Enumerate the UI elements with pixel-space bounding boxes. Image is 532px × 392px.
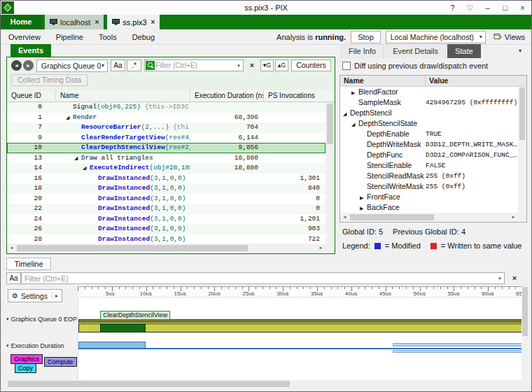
state-row[interactable]: DepthFuncD3D12_COMPARISON_FUNC_…	[340, 150, 518, 160]
tab-localhost[interactable]: localhost ×	[45, 15, 104, 29]
collect-timing-data-button[interactable]: Collect Timing Data	[11, 74, 88, 86]
event-row[interactable]: 13◢Draw all triangles18,880	[7, 153, 326, 164]
menu-debug[interactable]: Debug	[125, 29, 162, 45]
scrollbar-thumb[interactable]	[522, 287, 528, 336]
event-row[interactable]: 20DrawInstanced(3,1,0,0)0	[7, 194, 326, 204]
selected-event-segment[interactable]	[100, 323, 145, 332]
event-row[interactable]: 1◢Render68,396	[7, 113, 326, 123]
state-vertical-scrollbar[interactable]	[518, 87, 526, 213]
views-button[interactable]: Views	[491, 32, 528, 42]
nav-back-button[interactable]: ◄	[11, 60, 22, 71]
filter-history-dropdown-icon[interactable]: ▾	[234, 63, 243, 69]
collapse-icon[interactable]: ◢	[74, 153, 81, 164]
collapse-icon[interactable]: ▾	[6, 343, 9, 349]
next-group-button[interactable]: ▾G	[260, 59, 274, 71]
clear-filter-button[interactable]: ×	[246, 60, 258, 71]
minimize-button[interactable]: –	[479, 1, 496, 15]
collapse-icon[interactable]: ▾	[6, 316, 9, 322]
state-row[interactable]: ▶FrontFace	[340, 192, 518, 202]
timeline-canvas[interactable]: ClearDepthStencilView	[78, 297, 526, 382]
event-row[interactable]: 26DrawInstanced(3,1,0,0)903	[7, 224, 326, 234]
execution-duration-line[interactable]	[78, 348, 523, 349]
help-button[interactable]: ?	[444, 1, 461, 15]
collapse-icon[interactable]: ◢	[83, 163, 90, 174]
timeline-ruler[interactable]: 5us10us15us20us25us30us35us40us45us50us5…	[78, 286, 526, 297]
expand-icon[interactable]: ▶	[360, 204, 367, 213]
tab-close-icon[interactable]: ×	[151, 18, 155, 26]
scrollbar-thumb[interactable]	[519, 88, 525, 140]
execution-duration-right-1[interactable]	[393, 343, 523, 346]
panel-dropdown-icon[interactable]	[514, 46, 526, 57]
home-tab[interactable]: Home	[1, 15, 41, 29]
menu-tools[interactable]: Tools	[91, 29, 125, 45]
events-vertical-scrollbar[interactable]	[326, 102, 335, 244]
state-row[interactable]: ▶BackFace	[340, 202, 518, 213]
feedback-button[interactable]: ♡	[461, 1, 479, 15]
event-row[interactable]: 16DrawInstanced(3,1,0,0)1,301	[7, 174, 326, 184]
tab-ss-pix3[interactable]: ss.pix3 ×	[107, 15, 160, 29]
col-ps-invocations[interactable]: PS Invocations	[264, 90, 326, 102]
timeline-match-case-button[interactable]: Aa	[6, 272, 21, 284]
col-state-name[interactable]: Name	[340, 76, 426, 86]
execution-duration-right-2[interactable]	[393, 350, 523, 353]
state-row[interactable]: StencilReadMask255 (0xff)	[340, 171, 518, 181]
legend-chip-graphics[interactable]: Graphics	[10, 354, 43, 364]
collapse-icon[interactable]: ◢	[343, 109, 350, 118]
col-name[interactable]: Name	[56, 90, 190, 102]
filter-history-dropdown-icon[interactable]: ▾	[496, 276, 504, 281]
stop-button[interactable]: Stop	[351, 31, 381, 43]
timeline-clear-filter-button[interactable]: ×	[509, 273, 520, 284]
events-horizontal-scrollbar[interactable]: ◄ ►	[7, 244, 326, 253]
state-row[interactable]: ◢DepthStencil	[340, 108, 518, 118]
event-row[interactable]: 22DrawInstanced(3,1,0,0)0	[7, 204, 326, 214]
event-row[interactable]: 0Signal(obj#6,225) {this->ID3C	[7, 102, 326, 113]
state-row[interactable]: ▶BlendFactor	[340, 87, 518, 97]
menu-pipeline[interactable]: Pipeline	[48, 29, 91, 45]
machine-combo[interactable]: Local Machine (localhost)	[386, 31, 486, 43]
scroll-left-icon[interactable]: ◄	[340, 213, 349, 222]
collapse-icon[interactable]: ◢	[66, 113, 73, 123]
close-button[interactable]: ×	[514, 1, 531, 15]
events-panel-tab[interactable]: Events	[10, 44, 51, 57]
tab-close-icon[interactable]: ×	[94, 18, 99, 26]
match-case-button[interactable]: Aa	[111, 59, 125, 71]
col-queue-id[interactable]: Queue ID	[7, 90, 56, 102]
state-row[interactable]: StencilEnableFALSE	[340, 160, 518, 171]
tab-file-info[interactable]: File Info	[341, 44, 384, 58]
expand-icon[interactable]: ▶	[351, 88, 358, 97]
tab-state[interactable]: State	[447, 44, 481, 58]
event-row[interactable]: 18DrawInstanced(3,1,0,0)840	[7, 183, 326, 194]
state-row[interactable]: SampleMask4294967295 (0xffffffff)	[340, 97, 518, 108]
event-row[interactable]: 14◢ExecuteIndirect(obj#28,10218,880	[7, 163, 326, 174]
event-row[interactable]: 10ClearDepthStencilView(res#2,9,856	[7, 143, 326, 153]
timeline-horizontal-scrollbar[interactable]	[6, 380, 519, 388]
counters-button[interactable]: Counters	[291, 59, 331, 71]
event-row[interactable]: 24DrawInstanced(3,1,0,0)1,201	[7, 214, 326, 225]
lane-graphics-queue-eop[interactable]: ▾ Graphics Queue 0 EOP	[6, 316, 77, 323]
prev-group-button[interactable]: ▴G	[275, 59, 288, 71]
event-row[interactable]: 28DrawInstanced(3,1,0,0)722	[7, 234, 326, 244]
scroll-left-icon[interactable]: ◄	[7, 244, 16, 253]
expand-icon[interactable]: ▶	[360, 193, 367, 202]
state-row[interactable]: ◢DepthStencilState	[340, 118, 518, 129]
collapse-icon[interactable]: ◢	[351, 120, 358, 129]
event-row[interactable]: 7ResourceBarrier(2,...) {thi704	[7, 122, 326, 133]
scrollbar-thumb[interactable]	[350, 214, 434, 220]
scrollbar-thumb[interactable]	[327, 104, 333, 144]
timeline-tab[interactable]: Timeline	[6, 258, 51, 270]
menu-overview[interactable]: Overview	[1, 29, 48, 45]
col-execution-duration[interactable]: Execution Duration (ns)	[190, 90, 264, 102]
scrollbar-thumb[interactable]	[17, 245, 248, 251]
scrollbar-thumb[interactable]	[8, 381, 290, 387]
nav-forward-button[interactable]: ►	[23, 60, 34, 71]
state-horizontal-scrollbar[interactable]: ◄ ►	[340, 213, 518, 222]
diff-checkbox[interactable]	[342, 62, 351, 70]
maximize-button[interactable]: □	[496, 1, 514, 15]
state-row[interactable]: DepthEnableTRUE	[340, 129, 518, 139]
settings-button[interactable]: ⚙ Settings ▸	[8, 289, 62, 302]
event-row[interactable]: 9ClearRenderTargetView(res#4,6,144	[7, 133, 326, 144]
timeline-vertical-scrollbar[interactable]	[522, 286, 528, 383]
legend-chip-copy[interactable]: Copy	[15, 363, 36, 373]
col-state-value[interactable]: Value	[426, 76, 526, 86]
scroll-right-icon[interactable]: ►	[509, 213, 518, 222]
